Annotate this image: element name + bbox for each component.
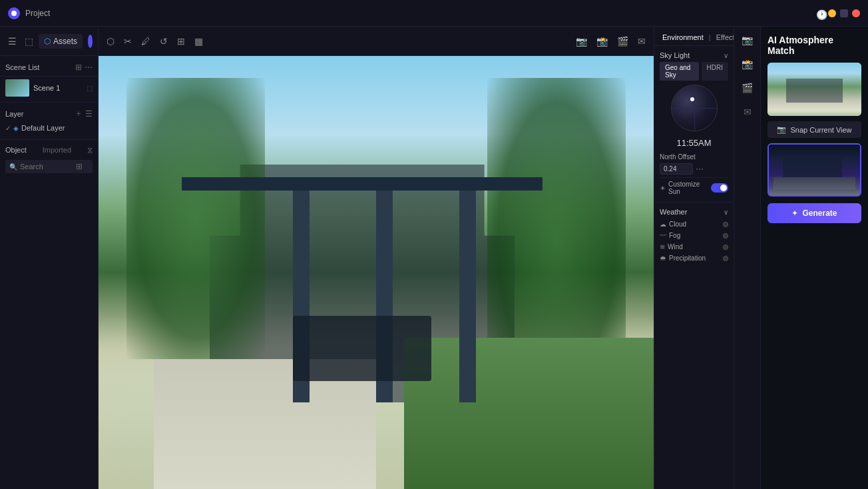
strip-mail-icon[interactable]: ✉: [741, 104, 754, 120]
tool-icon-2[interactable]: ✂: [124, 36, 132, 47]
ai-preview-inner-bottom: [769, 145, 860, 195]
env-tab-environment[interactable]: Environment: [660, 32, 706, 43]
toggle-knob: [720, 185, 727, 191]
weather-left-precipitation: 🌧 Precipitation: [660, 254, 706, 262]
weather-title: Weather: [660, 208, 687, 216]
minimize-button[interactable]: [828, 9, 836, 17]
left-sidebar: ☰ ⬚ ⬡ Assets Scene List ⊞ ⋯ Scene 1: [0, 27, 99, 489]
offset-input-row: ⋯: [660, 163, 728, 175]
weather-item-precipitation: 🌧 Precipitation: [660, 252, 728, 264]
sky-light-chevron[interactable]: ∨: [724, 52, 728, 59]
layer-add-btn[interactable]: ＋: [75, 108, 83, 119]
cloud-label: Cloud: [669, 221, 686, 228]
maximize-button[interactable]: [840, 9, 848, 17]
viewport[interactable]: [99, 56, 654, 489]
wind-toggle[interactable]: [723, 244, 728, 250]
assets-button[interactable]: ⬡ Assets: [39, 34, 83, 49]
ai-preview-bottom: [767, 143, 861, 197]
object-header: Object Imported ⧖: [5, 143, 93, 157]
precipitation-toggle[interactable]: [723, 256, 728, 261]
title-bar: Project 🕐: [0, 0, 868, 27]
precipitation-icon: 🌧: [660, 254, 666, 262]
env-tab-effect[interactable]: Effect: [714, 32, 734, 43]
toolbar-right-icons: 📷 📸 🎬 ✉: [576, 36, 646, 47]
toolbar-photo-icon[interactable]: 📸: [596, 36, 608, 47]
scene-label: Scene 1: [33, 84, 60, 92]
layer-menu-btn[interactable]: ☰: [85, 109, 93, 119]
tree-left: [126, 78, 266, 360]
sky-tab-geo[interactable]: Geo and Sky: [660, 62, 699, 81]
layer-item-default[interactable]: ✓ ◈ Default Layer: [5, 122, 93, 134]
sky-tab-hdri[interactable]: HDRI: [702, 62, 728, 81]
assets-icon: ⬡: [44, 37, 51, 46]
assets-label: Assets: [53, 37, 77, 46]
wind-icon: ≋: [660, 243, 665, 250]
weather-left-wind: ≋ Wind: [660, 243, 683, 250]
strip-photo-icon[interactable]: 📷: [739, 32, 756, 48]
pages-icon[interactable]: ⬚: [22, 33, 36, 49]
layer-name: Default Layer: [21, 124, 65, 132]
column-3: [459, 186, 476, 402]
layer-actions: ＋ ☰: [75, 108, 93, 119]
roof-beam: [182, 177, 542, 191]
north-offset-label: North Offset: [660, 153, 696, 161]
tool-icon-1[interactable]: ⬡: [107, 36, 114, 47]
strip-camera-icon[interactable]: 📸: [739, 56, 756, 72]
sun-sphere[interactable]: [671, 85, 718, 131]
building-preview: [786, 79, 843, 103]
customize-sun-toggle[interactable]: [711, 183, 729, 193]
scene-list-header-left: Scene List: [5, 63, 39, 71]
ai-preview-top: [767, 63, 861, 116]
app-title: Project: [25, 9, 50, 18]
fog-label: Fog: [669, 232, 680, 239]
tool-icon-5[interactable]: ⊞: [177, 36, 185, 47]
toolbar-camera-icon[interactable]: 📷: [576, 36, 587, 47]
environment-panel: Environment | Effect ✦ Sky Light ∨ Geo a…: [654, 27, 734, 489]
weather-item-fog: 〰 Fog: [660, 230, 728, 241]
app-logo-dot: [11, 11, 17, 16]
grid-view-icon[interactable]: ⊞: [76, 162, 83, 171]
strip-video-icon[interactable]: 🎬: [739, 80, 756, 96]
generate-star-icon: ✦: [791, 209, 798, 218]
toolbar-share-icon[interactable]: ✉: [638, 36, 646, 47]
offset-menu-btn[interactable]: ⋯: [696, 165, 704, 174]
generate-button[interactable]: ✦ Generate: [767, 203, 861, 223]
north-offset-input[interactable]: [660, 163, 693, 175]
furniture: [293, 316, 432, 381]
tool-icon-4[interactable]: ↺: [160, 36, 168, 47]
close-button[interactable]: [852, 9, 860, 17]
scene-render: [99, 56, 654, 489]
weather-left-cloud: ☁ Cloud: [660, 221, 686, 228]
time-display: 11:55AM: [660, 135, 728, 151]
search-input[interactable]: [20, 163, 73, 171]
menu-icon[interactable]: ☰: [5, 33, 19, 49]
title-bar-left: Project: [8, 7, 50, 19]
scene-list-header: Scene List ⊞ ⋯: [0, 59, 98, 77]
scene-list-menu-btn[interactable]: ⋯: [85, 63, 93, 72]
sky-light-title: Sky Light: [660, 51, 690, 59]
weather-chevron[interactable]: ∨: [724, 209, 728, 216]
search-box: 🔍 ⊞: [5, 160, 93, 173]
ground-night: [773, 177, 855, 190]
env-tab-divider: |: [709, 33, 711, 41]
customize-sun-left: ☀ Customize Sun: [660, 181, 711, 195]
sky-light-section: Sky Light ∨ Geo and Sky HDRI 11:55AM Nor…: [654, 46, 734, 202]
scene-list-title: Scene List: [5, 63, 39, 71]
fog-icon: 〰: [660, 232, 666, 239]
scene-list-icon-btn[interactable]: ⊞: [75, 63, 82, 72]
tool-icon-3[interactable]: 🖊: [141, 36, 150, 47]
fog-toggle[interactable]: [723, 233, 728, 239]
cloud-toggle[interactable]: [723, 222, 728, 227]
object-filter-btn[interactable]: ⧖: [87, 145, 93, 155]
snap-current-view-button[interactable]: 📷 Snap Current View: [767, 121, 861, 138]
weather-section: Weather ∨ ☁ Cloud 〰 Fog ≋ W: [654, 202, 734, 268]
scene-item[interactable]: Scene 1 ⬚: [0, 77, 98, 99]
lawn: [404, 338, 654, 490]
scene-screen-icon: ⬚: [87, 85, 93, 92]
env-header: Environment | Effect ✦: [654, 27, 734, 46]
day-scene: [767, 63, 861, 116]
layer-header: Layer ＋ ☰: [5, 105, 93, 122]
tool-icon-6[interactable]: ▦: [194, 36, 203, 47]
toolbar-video-icon[interactable]: 🎬: [617, 36, 628, 47]
right-icon-strip: 📷 📸 🎬 ✉: [734, 27, 760, 489]
